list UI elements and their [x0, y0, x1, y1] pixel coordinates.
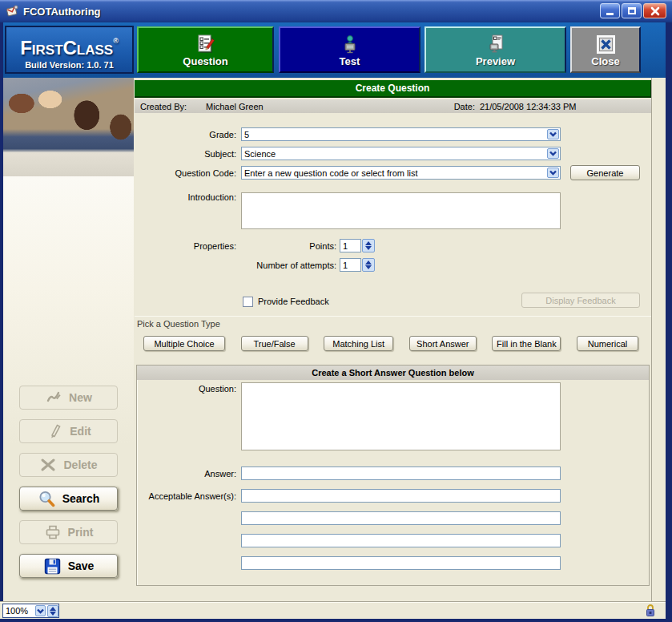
edit-icon	[46, 422, 63, 440]
minimize-button[interactable]	[600, 3, 620, 18]
maximize-icon	[628, 7, 636, 14]
nav-close-button[interactable]: Close	[570, 26, 641, 73]
test-icon	[340, 33, 360, 55]
firstclass-logo: FirstClass®	[6, 29, 132, 60]
zoom-spinner[interactable]	[47, 605, 58, 617]
nav-preview-button[interactable]: Preview	[425, 26, 566, 73]
close-icon	[650, 6, 660, 16]
type-matching-list-button[interactable]: Matching List	[324, 336, 393, 351]
nav-preview-label: Preview	[476, 55, 515, 67]
title-bar: FCOTAuthoring	[0, 0, 672, 22]
nav-question-label: Question	[183, 55, 227, 67]
points-label: Points:	[235, 241, 336, 251]
window-border-bottom	[0, 619, 672, 622]
new-button[interactable]: New	[19, 386, 118, 410]
points-input[interactable]	[340, 239, 361, 252]
question-code-label: Question Code:	[135, 168, 236, 178]
chevron-down-icon[interactable]	[547, 168, 559, 178]
grade-value: 5	[242, 130, 547, 139]
minimize-icon	[606, 13, 614, 15]
nav-test-label: Test	[340, 55, 360, 67]
classroom-photo	[3, 78, 134, 176]
content-panel: Create Question Created By: Michael Gree…	[135, 78, 652, 601]
provide-feedback-checkbox[interactable]	[243, 297, 253, 307]
acceptable-answers-label: Acceptable Answer(s):	[135, 491, 236, 501]
created-by-label: Created By:	[140, 102, 187, 111]
spin-down-icon	[365, 265, 372, 269]
section-divider	[135, 316, 651, 317]
answer-input[interactable]	[241, 466, 561, 480]
edit-button-label: Edit	[70, 425, 91, 438]
search-button-label: Search	[62, 492, 100, 505]
acceptable-answer-input-4[interactable]	[241, 556, 561, 570]
type-multiple-choice-button[interactable]: Multiple Choice	[143, 336, 225, 351]
acceptable-answer-input-1[interactable]	[241, 489, 561, 503]
question-textarea[interactable]	[241, 382, 561, 450]
maximize-button[interactable]	[622, 3, 642, 18]
introduction-label: Introduction:	[135, 192, 236, 202]
date-value: 21/05/2008 12:34:33 PM	[480, 102, 576, 111]
brand-panel: FirstClass® Build Version: 1.0. 71	[5, 26, 134, 74]
header-strip: FirstClass® Build Version: 1.0. 71 Quest…	[0, 22, 672, 78]
grade-select[interactable]: 5	[241, 127, 561, 141]
subject-select[interactable]: Science	[241, 147, 561, 160]
new-icon	[45, 389, 62, 406]
save-button[interactable]: Save	[19, 554, 118, 578]
search-icon	[38, 490, 56, 508]
nav-test-button[interactable]: Test	[279, 26, 421, 73]
chevron-down-icon[interactable]	[547, 148, 559, 159]
introduction-textarea[interactable]	[241, 192, 561, 229]
question-code-select[interactable]: Enter a new question code or select from…	[241, 166, 561, 180]
lock-icon	[645, 604, 656, 619]
acceptable-answer-input-2[interactable]	[241, 511, 561, 525]
subject-label: Subject:	[135, 149, 236, 159]
sidebar: New Edit Delete Search	[3, 78, 134, 601]
type-true-false-button[interactable]: True/False	[241, 336, 308, 351]
app-icon	[5, 4, 19, 18]
nav-close-label: Close	[591, 55, 619, 67]
save-icon	[43, 557, 62, 576]
zoom-dropdown-icon[interactable]	[35, 605, 46, 616]
spin-down-icon	[50, 612, 56, 616]
acceptable-answer-input-3[interactable]	[241, 534, 561, 547]
attempts-spinner[interactable]	[362, 258, 375, 272]
question-label: Question:	[135, 384, 236, 394]
close-x-icon	[596, 33, 616, 55]
provide-feedback-label: Provide Feedback	[258, 297, 354, 306]
spin-down-icon	[365, 246, 372, 250]
print-icon	[44, 523, 62, 541]
build-version: Build Version: 1.0. 71	[6, 60, 132, 70]
window-border-right	[666, 22, 672, 622]
print-button-label: Print	[68, 526, 94, 539]
registered-mark: ®	[113, 37, 119, 45]
points-spinner[interactable]	[362, 239, 375, 252]
close-window-button[interactable]	[643, 3, 666, 18]
attempts-label: Number of attempts:	[235, 261, 336, 270]
generate-button[interactable]: Generate	[570, 165, 640, 180]
print-button[interactable]: Print	[19, 520, 118, 544]
short-answer-header: Create a Short Answer Question below	[137, 366, 649, 380]
grade-label: Grade:	[135, 130, 236, 139]
delete-icon	[39, 456, 57, 474]
type-fill-in-the-blank-button[interactable]: Fill in the Blank	[492, 336, 561, 351]
date-label: Date:	[454, 102, 475, 111]
attempts-input[interactable]	[340, 258, 361, 272]
zoom-control[interactable]: 100%	[2, 604, 59, 618]
display-feedback-button[interactable]: Display Feedback	[521, 293, 640, 308]
type-numerical-button[interactable]: Numerical	[577, 336, 638, 351]
nav-question-button[interactable]: Question	[137, 26, 274, 73]
spin-up-icon	[50, 607, 56, 611]
preview-icon	[485, 33, 506, 55]
search-button[interactable]: Search	[19, 487, 118, 511]
delete-button[interactable]: Delete	[19, 453, 118, 477]
type-short-answer-button[interactable]: Short Answer	[409, 336, 477, 351]
created-by-value: Michael Green	[206, 102, 264, 111]
chevron-down-icon[interactable]	[547, 129, 559, 139]
new-button-label: New	[69, 391, 92, 404]
properties-label: Properties:	[135, 241, 236, 251]
subject-value: Science	[242, 149, 547, 159]
edit-button[interactable]: Edit	[19, 419, 118, 443]
question-type-buttons: Multiple Choice True/False Matching List…	[143, 336, 638, 351]
answer-label: Answer:	[135, 469, 236, 479]
zoom-value: 100%	[3, 606, 35, 616]
